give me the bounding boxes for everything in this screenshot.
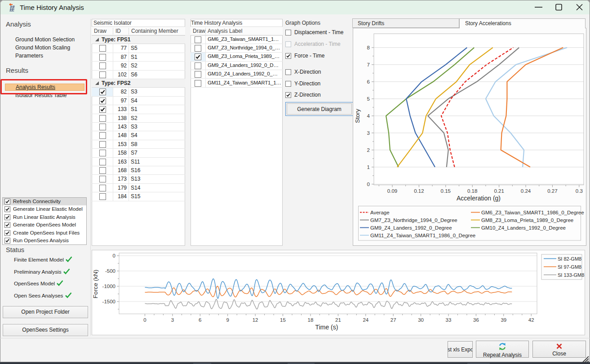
svg-text:SI 133-GM8: SI 133-GM8 <box>558 272 584 278</box>
svg-text:2: 2 <box>367 147 370 153</box>
svg-text:24: 24 <box>363 317 368 323</box>
svg-text:0.3: 0.3 <box>576 188 583 194</box>
svg-text:0.27: 0.27 <box>547 188 557 194</box>
svg-text:0.09: 0.09 <box>387 188 397 194</box>
svg-text:1: 1 <box>367 164 370 170</box>
svg-text:27: 27 <box>390 317 396 323</box>
svg-text:Time (s): Time (s) <box>315 324 338 331</box>
svg-text:GM7_Z3_Northridge_1994_0_Degre: GM7_Z3_Northridge_1994_0_Degree <box>370 218 457 223</box>
svg-text:0: 0 <box>113 253 115 258</box>
svg-text:33: 33 <box>446 317 452 323</box>
svg-text:39: 39 <box>501 317 506 323</box>
svg-text:6: 6 <box>367 79 370 84</box>
svg-text:9: 9 <box>226 317 229 323</box>
svg-text:4: 4 <box>367 113 370 119</box>
svg-text:0.15: 0.15 <box>441 188 451 194</box>
svg-text:7: 7 <box>367 62 370 67</box>
svg-text:15: 15 <box>280 317 286 323</box>
svg-text:0.18: 0.18 <box>467 188 477 194</box>
svg-text:42: 42 <box>528 317 534 323</box>
svg-text:21: 21 <box>335 317 341 323</box>
svg-text:Force (kN): Force (kN) <box>92 270 99 298</box>
svg-text:-500: -500 <box>105 268 115 274</box>
svg-text:GM9_Z4_Landers_1992_0_Degree: GM9_Z4_Landers_1992_0_Degree <box>370 225 452 231</box>
svg-text:0: 0 <box>367 182 370 187</box>
svg-text:0.12: 0.12 <box>414 188 424 194</box>
svg-text:Acceleration (g): Acceleration (g) <box>457 195 501 202</box>
svg-text:0: 0 <box>143 317 146 323</box>
svg-text:18: 18 <box>308 317 314 323</box>
svg-text:SI 97-GM8: SI 97-GM8 <box>558 264 581 270</box>
svg-text:36: 36 <box>473 317 479 323</box>
svg-text:6: 6 <box>199 317 201 323</box>
svg-text:GM11_Z4_Taiwan_SMART1_1986_0_D: GM11_Z4_Taiwan_SMART1_1986_0_Degree <box>370 233 475 238</box>
svg-text:5: 5 <box>367 96 370 102</box>
svg-text:GM6_Z3_Taiwan_SMART1_1986_0_De: GM6_Z3_Taiwan_SMART1_1986_0_Degree <box>481 210 584 215</box>
svg-text:GM10_Z4_Landers_1992_0_Degree: GM10_Z4_Landers_1992_0_Degree <box>481 225 566 231</box>
svg-text:8: 8 <box>367 45 370 50</box>
svg-text:0.24: 0.24 <box>521 188 531 194</box>
svg-text:SI 82-GM8: SI 82-GM8 <box>558 256 581 262</box>
svg-text:-1500: -1500 <box>102 299 115 304</box>
svg-text:3: 3 <box>171 317 174 323</box>
svg-text:0.21: 0.21 <box>494 188 504 194</box>
svg-text:30: 30 <box>418 317 424 323</box>
svg-text:3: 3 <box>367 130 370 136</box>
svg-text:Average: Average <box>370 210 390 215</box>
svg-text:Story: Story <box>354 109 361 123</box>
svg-text:-1000: -1000 <box>102 284 115 289</box>
svg-text:GM8_Z3_Loma_Prieta_1989_0_Degr: GM8_Z3_Loma_Prieta_1989_0_Degree <box>481 218 573 223</box>
svg-text:12: 12 <box>253 317 258 323</box>
